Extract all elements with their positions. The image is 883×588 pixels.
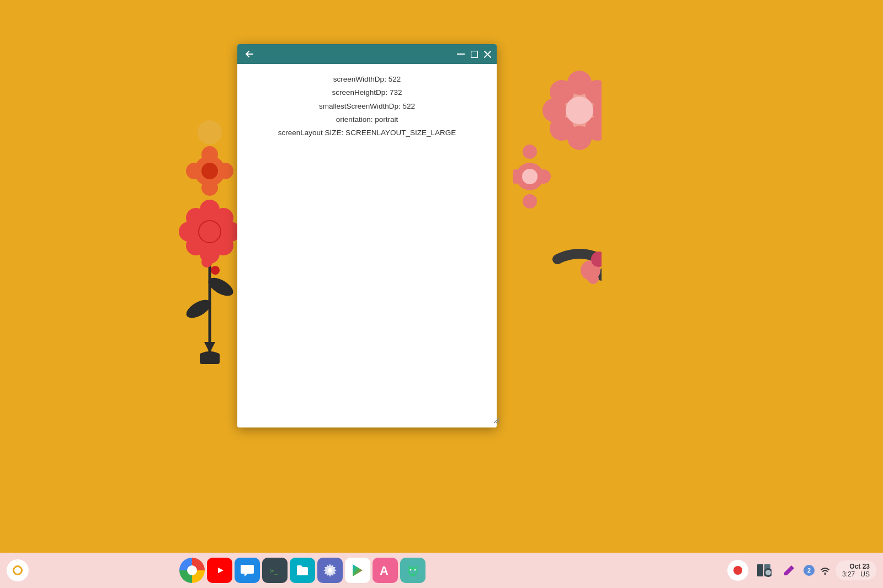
svg-point-23 xyxy=(201,163,218,179)
app-store-icon[interactable]: A xyxy=(373,558,398,583)
svg-point-4 xyxy=(200,351,220,360)
svg-point-58 xyxy=(414,569,416,571)
svg-point-22 xyxy=(217,163,233,179)
screen-height-dp: screenHeightDp: 732 xyxy=(248,86,486,99)
svg-point-2 xyxy=(205,274,236,300)
svg-point-25 xyxy=(555,85,602,135)
wifi-icon xyxy=(819,565,831,575)
taskbar: >_ xyxy=(0,553,883,588)
svg-point-29 xyxy=(592,98,602,122)
svg-point-32 xyxy=(550,116,574,141)
chrome-icon[interactable] xyxy=(179,558,205,583)
svg-point-24 xyxy=(198,120,222,145)
settings-icon[interactable] xyxy=(317,558,343,583)
svg-point-35 xyxy=(516,163,544,190)
svg-text:>_: >_ xyxy=(270,567,278,575)
svg-point-14 xyxy=(214,236,233,255)
desktop: screenWidthDp: 522 screenHeightDp: 732 s… xyxy=(0,0,883,588)
app-window: screenWidthDp: 522 screenHeightDp: 732 s… xyxy=(237,44,497,427)
svg-point-31 xyxy=(585,80,602,104)
svg-line-59 xyxy=(408,566,410,568)
svg-point-39 xyxy=(536,169,551,184)
messages-icon[interactable] xyxy=(235,558,260,583)
window-content: screenWidthDp: 522 screenHeightDp: 732 s… xyxy=(237,64,497,427)
svg-marker-3 xyxy=(204,342,215,353)
taskbar-right: 2 Oct 23 3:27 US xyxy=(727,559,876,581)
svg-point-9 xyxy=(179,222,199,242)
svg-point-11 xyxy=(186,208,206,228)
window-titlebar xyxy=(237,44,497,64)
svg-point-16 xyxy=(201,256,212,268)
svg-point-20 xyxy=(201,179,218,196)
svg-line-60 xyxy=(416,566,417,568)
svg-point-40 xyxy=(522,169,538,184)
back-button[interactable] xyxy=(242,46,257,62)
android-studio-icon[interactable] xyxy=(400,558,425,583)
svg-rect-5 xyxy=(200,353,220,364)
pen-icon[interactable] xyxy=(779,560,799,580)
svg-point-43 xyxy=(588,273,599,284)
svg-rect-61 xyxy=(757,564,763,576)
close-button[interactable] xyxy=(482,49,492,59)
svg-point-42 xyxy=(591,252,602,267)
svg-rect-45 xyxy=(471,51,477,57)
terminal-icon[interactable]: >_ xyxy=(262,558,288,583)
svg-point-18 xyxy=(194,156,225,186)
reader-icon[interactable] xyxy=(753,559,775,581)
taskbar-left xyxy=(7,559,29,581)
notification-badge[interactable]: 2 xyxy=(804,565,815,576)
svg-point-8 xyxy=(200,244,220,264)
system-tray[interactable]: Oct 23 3:27 US xyxy=(836,560,876,580)
screen-layout-size: screenLayout SIZE: SCREENLAYOUT_SIZE_LAR… xyxy=(248,126,486,140)
window-controls xyxy=(456,49,492,59)
svg-point-7 xyxy=(200,200,220,220)
svg-point-64 xyxy=(765,570,771,575)
svg-point-41 xyxy=(581,260,600,280)
maximize-button[interactable] xyxy=(469,49,479,59)
svg-point-26 xyxy=(567,71,592,95)
svg-point-27 xyxy=(567,126,592,150)
svg-point-33 xyxy=(585,116,602,141)
files-icon[interactable] xyxy=(290,558,315,583)
svg-point-12 xyxy=(214,208,233,228)
taskbar-center: >_ xyxy=(179,558,425,583)
screen-width-dp: screenWidthDp: 522 xyxy=(248,73,486,86)
youtube-icon[interactable] xyxy=(207,558,232,583)
svg-point-36 xyxy=(523,145,537,159)
svg-point-21 xyxy=(186,163,203,179)
date-display: Oct 23 xyxy=(842,563,870,570)
svg-point-28 xyxy=(542,98,567,122)
minimize-button[interactable] xyxy=(456,49,466,59)
time-display: 3:27 US xyxy=(842,570,870,578)
smallest-screen-width-dp: smallestScreenWidthDp: 522 xyxy=(248,100,486,113)
svg-rect-56 xyxy=(410,570,416,574)
svg-point-1 xyxy=(183,296,214,322)
svg-point-38 xyxy=(513,169,523,184)
play-store-icon[interactable] xyxy=(345,558,370,583)
launcher-button[interactable] xyxy=(7,559,29,581)
svg-point-30 xyxy=(550,80,574,104)
svg-point-6 xyxy=(190,212,229,251)
svg-text:A: A xyxy=(380,564,389,578)
svg-point-13 xyxy=(186,236,206,255)
date-time-display: Oct 23 3:27 US xyxy=(842,563,870,578)
svg-point-34 xyxy=(566,97,593,124)
svg-point-57 xyxy=(410,569,412,571)
svg-point-37 xyxy=(523,194,537,209)
record-icon[interactable] xyxy=(727,560,748,581)
svg-point-15 xyxy=(199,221,221,243)
svg-point-19 xyxy=(201,146,218,163)
svg-point-17 xyxy=(211,266,220,275)
decoration-right xyxy=(513,66,602,331)
resize-handle[interactable] xyxy=(493,416,502,425)
orientation: orientation: portrait xyxy=(248,113,486,126)
svg-marker-53 xyxy=(353,564,363,576)
